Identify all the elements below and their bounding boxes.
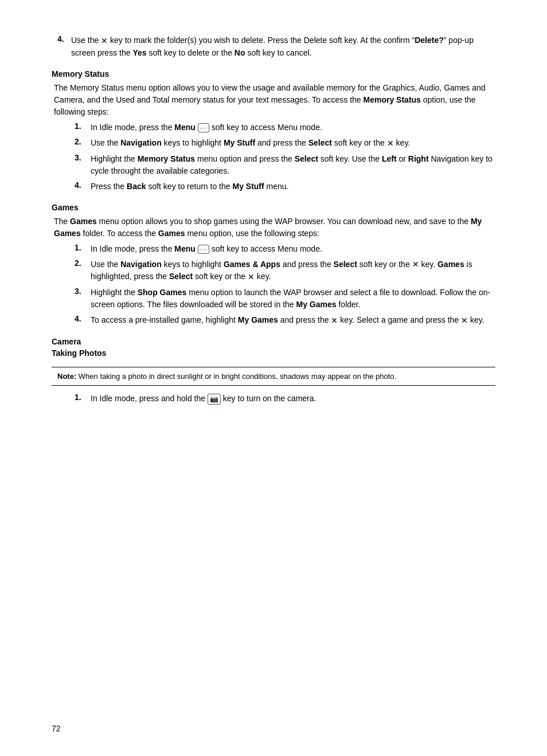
step-number: 1. [75,243,91,252]
memory-step-2: 2. Use the Navigation keys to highlight … [75,137,495,150]
step-content: To access a pre-installed game, highligh… [91,314,495,327]
cross-key-icon: ✕ [101,35,108,47]
taking-photos-title: Taking Photos [52,348,495,358]
page-content: 4. Use the ✕ key to mark the folder(s) y… [0,0,547,756]
step-number: 1. [75,122,91,131]
step-content: In Idle mode, press the Menu ··· soft ke… [91,122,495,134]
step-number: 2. [75,137,91,146]
cross-key-icon: ✕ [331,315,338,327]
games-steps: 1. In Idle mode, press the Menu ··· soft… [75,243,495,327]
games-body: The Games menu option allows you to shop… [52,216,495,240]
step-number: 4. [75,314,91,323]
step-content: In Idle mode, press the Menu ··· soft ke… [91,243,495,255]
games-title: Games [52,203,495,212]
note-box: Note: When taking a photo in direct sunl… [52,367,495,386]
step-content: Highlight the Shop Games menu option to … [91,287,495,311]
note-text: When taking a photo in direct sunlight o… [79,372,396,381]
camera-step-1: 1. In Idle mode, press and hold the 📷 ke… [75,393,495,405]
memory-status-steps: 1. In Idle mode, press the Menu ··· soft… [75,122,495,193]
cross-key-icon: ✕ [387,138,394,150]
memory-step-3: 3. Highlight the Memory Status menu opti… [75,153,495,177]
page-number: 72 [52,724,61,733]
games-step-4: 4. To access a pre-installed game, highl… [75,314,495,327]
menu-icon: ··· [198,245,209,254]
cross-key-icon: ✕ [412,258,419,271]
note-label: Note: [57,372,76,381]
step-number: 1. [75,393,91,402]
games-step-3: 3. Highlight the Shop Games menu option … [75,287,495,311]
step-number: 3. [75,287,91,296]
games-step-2: 2. Use the Navigation keys to highlight … [75,258,495,284]
step-text: Use the ✕ key to mark the folder(s) you … [71,34,495,59]
camera-steps: 1. In Idle mode, press and hold the 📷 ke… [75,393,495,405]
cross-key-icon-2: ✕ [461,315,468,327]
step-content: Use the Navigation keys to highlight My … [91,137,495,150]
menu-icon: ··· [198,123,209,132]
cross-key-icon-2: ✕ [248,271,255,283]
step-number: 4. [75,181,91,190]
step-number: 3. [75,153,91,162]
top-step-4: 4. Use the ✕ key to mark the folder(s) y… [52,34,495,59]
memory-step-1: 1. In Idle mode, press the Menu ··· soft… [75,122,495,134]
step-number: 4. [57,34,71,44]
step-content: Use the Navigation keys to highlight Gam… [91,258,495,284]
games-step-1: 1. In Idle mode, press the Menu ··· soft… [75,243,495,255]
step-content: In Idle mode, press and hold the 📷 key t… [91,393,495,405]
memory-status-title: Memory Status [52,69,495,79]
step-number: 2. [75,258,91,268]
camera-key-icon: 📷 [208,394,221,405]
memory-step-4: 4. Press the Back soft key to return to … [75,181,495,193]
memory-status-body: The Memory Status menu option allows you… [52,82,495,118]
camera-title: Camera [52,337,495,346]
step-content: Highlight the Memory Status menu option … [91,153,495,177]
step-content: Press the Back soft key to return to the… [91,181,495,193]
